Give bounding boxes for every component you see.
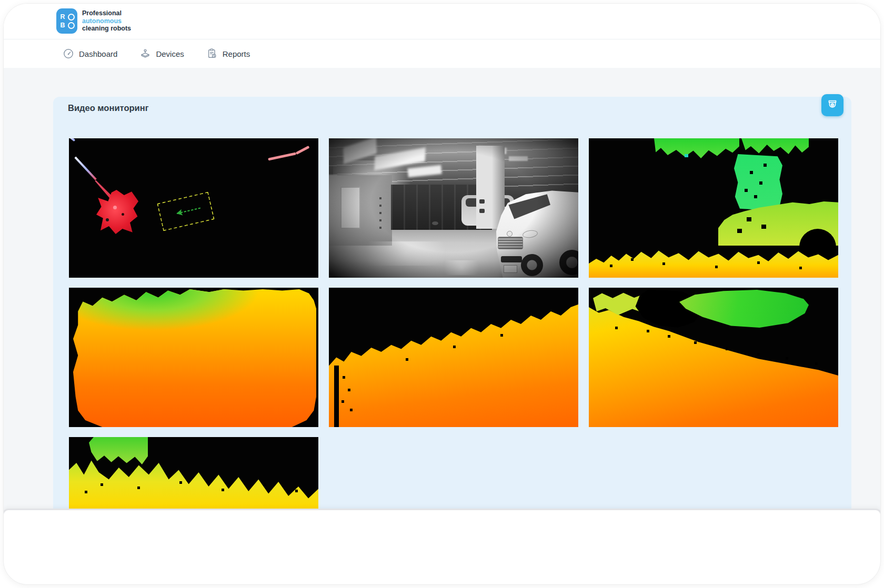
main-nav: Dashboard Devices Reports xyxy=(4,39,880,68)
depth-noise-specks xyxy=(101,483,103,486)
fisheye-vignette xyxy=(329,138,578,278)
depth-noise-specks xyxy=(747,217,751,221)
brand-line-2: autonomous xyxy=(82,17,131,25)
depth-far-gradient xyxy=(73,289,316,427)
video-feed-depth[interactable] xyxy=(589,138,838,278)
depth-noise-specks xyxy=(647,330,649,332)
video-feed-depth[interactable] xyxy=(589,288,838,427)
nav-label-dashboard: Dashboard xyxy=(79,49,117,58)
nav-item-dashboard[interactable]: Dashboard xyxy=(63,48,117,59)
nav-item-reports[interactable]: Reports xyxy=(206,48,250,59)
depth-floor-region xyxy=(329,288,578,427)
depth-teal-speck xyxy=(685,154,688,157)
bottom-panel xyxy=(3,509,881,585)
direction-arrow-icon xyxy=(164,199,208,224)
depth-noise-specks xyxy=(631,258,634,261)
logo-letter-r: R xyxy=(59,13,66,21)
lidar-obstacle-cluster xyxy=(96,190,138,234)
nav-label-devices: Devices xyxy=(156,49,184,58)
depth-pillar-region xyxy=(734,154,782,211)
video-feed-depth[interactable] xyxy=(329,288,578,427)
logo-letter-b: B xyxy=(59,22,66,29)
header: R B Professional autonomous cleaning rob… xyxy=(4,4,880,39)
depth-ceiling-region xyxy=(654,138,739,158)
logo-letter-o xyxy=(68,22,75,29)
depth-car-region xyxy=(679,290,809,328)
depth-floor-region xyxy=(73,289,316,427)
lidar-point xyxy=(106,218,109,221)
brand-line-3: cleaning robots xyxy=(82,25,131,33)
depth-noise-specks xyxy=(343,376,345,379)
cctv-dome-camera-icon xyxy=(826,99,839,111)
robot-device-icon xyxy=(139,48,151,59)
lidar-point xyxy=(122,213,124,216)
depth-noise-specks xyxy=(750,171,753,174)
clipboard-clock-icon xyxy=(206,48,218,59)
depth-black-strip xyxy=(334,366,339,427)
lidar-point xyxy=(113,206,117,209)
logo-letter-o xyxy=(68,14,75,21)
page-title: Видео мониторинг xyxy=(68,103,149,113)
video-feed-lidar[interactable] xyxy=(69,138,318,278)
gauge-icon xyxy=(63,48,74,59)
robot-bounding-box xyxy=(157,191,215,231)
lidar-corner-mark xyxy=(69,138,75,141)
nav-label-reports: Reports xyxy=(223,49,250,58)
lidar-streak xyxy=(75,157,97,180)
video-feed-depth[interactable] xyxy=(69,288,318,427)
lidar-wall-trace xyxy=(295,146,309,155)
nav-item-devices[interactable]: Devices xyxy=(139,48,184,59)
depth-ceiling-region xyxy=(741,138,809,154)
camera-settings-button[interactable] xyxy=(821,94,843,116)
main-content: Видео мониторинг xyxy=(4,68,880,584)
video-feed-camera[interactable] xyxy=(329,138,578,278)
robo-logo-icon: R B xyxy=(56,8,77,34)
depth-near-object xyxy=(89,437,148,464)
brand-logo[interactable]: R B Professional autonomous cleaning rob… xyxy=(56,8,131,34)
app-window: R B Professional autonomous cleaning rob… xyxy=(3,3,881,585)
brand-line-1: Professional xyxy=(82,9,131,17)
lidar-wall-trace xyxy=(268,152,296,160)
brand-text: Professional autonomous cleaning robots xyxy=(82,9,131,33)
